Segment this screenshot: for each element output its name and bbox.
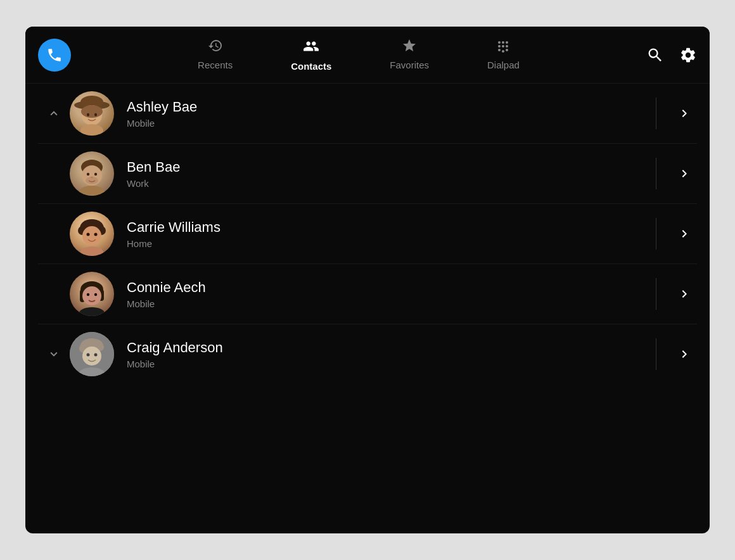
contact-row[interactable]: Ben Bae Work: [38, 144, 697, 204]
dialpad-tab-label: Dialpad: [487, 60, 520, 70]
avatar: [70, 91, 114, 136]
avatar: [70, 151, 114, 196]
contacts-tab-label: Contacts: [291, 61, 331, 72]
svg-point-5: [94, 113, 97, 117]
contact-divider: [656, 218, 656, 250]
contact-type: Mobile: [127, 359, 641, 369]
contact-name: Connie Aech: [127, 279, 641, 296]
recents-tab-label: Recents: [198, 60, 233, 70]
svg-point-3: [81, 105, 103, 118]
contact-type: Home: [127, 238, 641, 249]
contact-chevron[interactable]: [672, 166, 697, 181]
contact-type: Work: [127, 178, 641, 189]
gear-icon: [679, 46, 697, 64]
contact-name: Ben Bae: [127, 159, 641, 175]
tab-recents[interactable]: Recents: [188, 33, 243, 77]
contact-chevron[interactable]: [672, 347, 697, 362]
tab-dialpad[interactable]: Dialpad: [477, 33, 530, 77]
down-arrow-icon: [38, 347, 70, 361]
svg-point-26: [94, 293, 97, 296]
contact-info: Connie Aech Mobile: [127, 279, 641, 309]
contact-divider: [656, 278, 656, 310]
contact-divider: [656, 158, 656, 189]
contact-info: Craig Anderson Mobile: [127, 340, 641, 369]
svg-point-11: [94, 173, 97, 175]
nav-actions: [646, 46, 697, 64]
svg-point-20: [80, 246, 103, 256]
contact-name: Carrie Williams: [127, 219, 641, 236]
svg-point-10: [87, 173, 89, 175]
app-container: Recents Contacts Favorites: [25, 27, 710, 533]
recents-icon: [208, 38, 223, 56]
svg-point-24: [82, 286, 101, 305]
favorites-tab-label: Favorites: [390, 60, 429, 70]
nav-tabs: Recents Contacts Favorites: [71, 33, 646, 77]
favorites-icon: [402, 38, 417, 56]
svg-point-27: [79, 307, 105, 316]
svg-point-17: [82, 226, 101, 245]
contacts-list: Ashley Bae Mobile: [25, 84, 710, 533]
phone-icon: [46, 47, 63, 63]
svg-point-25: [87, 293, 89, 296]
phone-button[interactable]: [38, 39, 71, 72]
settings-button[interactable]: [679, 46, 697, 64]
contact-row[interactable]: Craig Anderson Mobile: [38, 324, 697, 384]
svg-point-34: [94, 353, 98, 357]
dialpad-icon: [495, 38, 511, 56]
contact-row[interactable]: Connie Aech Mobile: [38, 264, 697, 324]
avatar: [70, 272, 114, 316]
svg-point-19: [94, 233, 98, 236]
search-icon: [646, 46, 664, 64]
contact-name: Ashley Bae: [127, 99, 641, 115]
contact-info: Ashley Bae Mobile: [127, 99, 641, 129]
up-arrow-icon: [38, 106, 70, 120]
tab-favorites[interactable]: Favorites: [380, 33, 439, 77]
contact-chevron[interactable]: [672, 106, 697, 121]
contact-name: Craig Anderson: [127, 340, 641, 356]
contact-row[interactable]: Ashley Bae Mobile: [38, 84, 697, 144]
search-button[interactable]: [646, 46, 664, 64]
contact-chevron[interactable]: [672, 286, 697, 302]
contact-divider: [656, 338, 656, 370]
avatar: [70, 212, 114, 256]
contact-row[interactable]: Carrie Williams Home: [38, 204, 697, 264]
nav-bar: Recents Contacts Favorites: [25, 27, 710, 84]
avatar: [70, 332, 114, 376]
contact-info: Carrie Williams Home: [127, 219, 641, 249]
contact-type: Mobile: [127, 118, 641, 129]
svg-point-13: [79, 186, 105, 196]
contact-divider: [656, 98, 656, 129]
svg-point-18: [87, 233, 90, 236]
svg-point-32: [82, 347, 101, 366]
svg-point-12: [91, 177, 93, 179]
contact-chevron[interactable]: [672, 226, 697, 241]
svg-point-4: [87, 113, 89, 117]
svg-point-6: [80, 124, 103, 136]
svg-point-33: [87, 353, 90, 357]
contact-type: Mobile: [127, 298, 641, 309]
contact-info: Ben Bae Work: [127, 159, 641, 189]
contacts-icon: [303, 38, 319, 57]
tab-contacts[interactable]: Contacts: [281, 33, 342, 77]
